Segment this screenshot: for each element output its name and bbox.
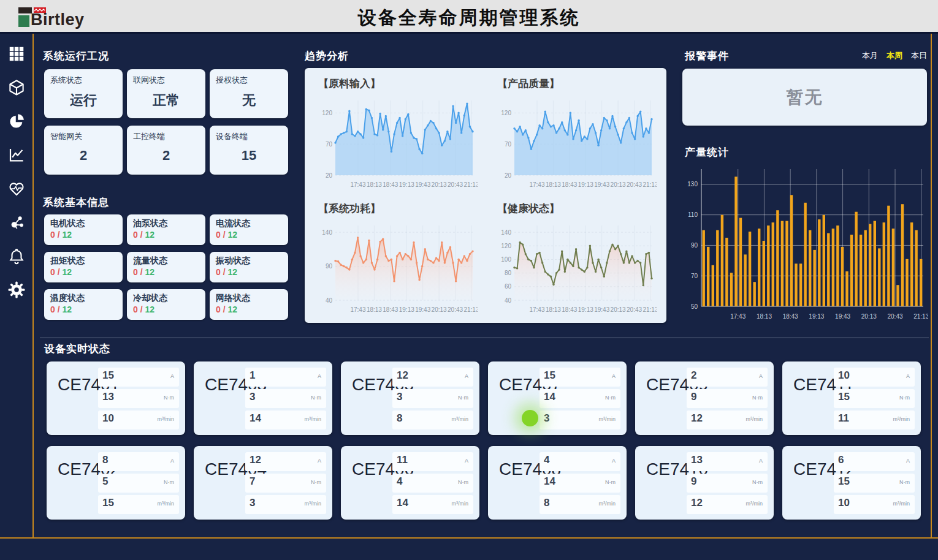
alarm-tab-0[interactable]: 本月: [862, 50, 878, 61]
device-metric-value: 12: [250, 454, 261, 466]
production-bars-svg: 507090110130 17:43 18:13 18:43 19:13 19:…: [681, 159, 928, 327]
device-metric-value: 10: [838, 497, 850, 509]
device-metric-row: 8 m³/min: [540, 495, 620, 514]
device-card-CE7406[interactable]: CE7406 11 A 4 N·m 14 m³/min: [341, 446, 479, 520]
svg-text:130: 130: [687, 181, 698, 187]
svg-text:19:43: 19:43: [415, 181, 430, 188]
svg-text:18:13: 18:13: [546, 181, 561, 188]
device-card-CE7404[interactable]: CE7404 12 A 7 N·m 3 m³/min: [194, 446, 332, 520]
device-card-CE7403[interactable]: CE7403 1 A 3 N·m 14 m³/min: [194, 361, 332, 435]
section-title-devices: 设备实时状态: [44, 342, 110, 356]
device-card-CE7412[interactable]: CE7412 6 A 15 N·m 10 m³/min: [782, 446, 921, 520]
alarm-tab-1[interactable]: 本周: [887, 50, 902, 61]
device-metric-unit: A: [612, 373, 616, 379]
device-card-CE7402[interactable]: CE7402 8 A 5 N·m 15 m³/min: [47, 446, 185, 520]
svg-text:17:43: 17:43: [350, 306, 365, 313]
device-metric-row: 14 N·m: [540, 389, 620, 408]
line-chart-icon[interactable]: [6, 145, 27, 165]
heart-pulse-icon[interactable]: [6, 178, 27, 199]
svg-text:17:43: 17:43: [730, 313, 745, 320]
device-metric-unit: m³/min: [599, 501, 616, 507]
device-metric-unit: N·m: [311, 479, 321, 485]
device-metric-row: 11 m³/min: [834, 411, 915, 429]
trend-chart-title: 【产品质量】: [497, 77, 663, 91]
device-metrics: 13 A 9 N·m 12 m³/min: [687, 452, 768, 514]
device-metrics: 15 A 14 N·m 3 m³/min: [540, 368, 620, 429]
svg-text:20:43: 20:43: [888, 313, 903, 320]
svg-text:18:13: 18:13: [367, 181, 382, 188]
molecule-icon[interactable]: [6, 212, 27, 233]
device-metric-row: 14 m³/min: [392, 495, 473, 514]
device-metric-value: 4: [397, 475, 402, 488]
device-metric-value: 9: [691, 475, 696, 488]
device-card-CE7401[interactable]: CE7401 15 A 13 N·m 10 m³/min: [47, 361, 185, 435]
device-metric-value: 15: [838, 391, 850, 403]
info-card-8: 网络状态 0 / 12: [210, 289, 288, 320]
svg-text:20: 20: [326, 172, 333, 179]
svg-text:70: 70: [326, 141, 333, 148]
device-card-CE7409[interactable]: CE7409 2 A 9 N·m 12 m³/min: [635, 361, 774, 435]
info-card-count: 0 / 12: [50, 305, 116, 314]
device-metric-row: 8 A: [98, 452, 179, 471]
grid-icon[interactable]: [6, 44, 27, 64]
status-card-label: 授权状态: [216, 75, 282, 86]
device-card-CE7408[interactable]: CE7408 4 A 14 N·m 8 m³/min: [488, 446, 627, 520]
bell-icon[interactable]: [6, 246, 27, 267]
pie-chart-icon[interactable]: [6, 111, 27, 132]
device-metric-unit: N·m: [752, 395, 763, 401]
trend-chart-title: 【健康状态】: [497, 202, 663, 216]
device-card-CE7405[interactable]: CE7405 12 A 3 N·m 8 m³/min: [341, 361, 479, 435]
device-metric-row: 1 A: [245, 368, 326, 387]
status-card-label: 联网状态: [133, 75, 199, 86]
info-card-count: 0 / 12: [216, 230, 282, 240]
device-metric-value: 4: [544, 454, 549, 466]
device-metric-unit: A: [465, 458, 468, 464]
gear-icon[interactable]: [6, 279, 27, 300]
device-card-CE7407[interactable]: CE7407 15 A 14 N·m 3 m³/min: [488, 361, 627, 435]
svg-text:19:43: 19:43: [594, 181, 609, 188]
svg-text:20:43: 20:43: [627, 306, 642, 313]
info-card-count: 0 / 12: [50, 230, 116, 240]
info-card-count: 0 / 12: [216, 305, 282, 314]
device-metric-value: 11: [397, 454, 408, 466]
cube-icon[interactable]: [6, 77, 27, 98]
device-card-CE7411[interactable]: CE7411 10 A 15 N·m 11 m³/min: [782, 361, 921, 435]
svg-text:21:13: 21:13: [463, 181, 478, 188]
production-bar-chart: 507090110130 17:43 18:13 18:43 19:13 19:…: [681, 159, 928, 330]
info-card-4: 流量状态 0 / 12: [127, 252, 205, 282]
device-metric-value: 3: [250, 391, 255, 403]
device-metric-row: 10 m³/min: [834, 495, 915, 514]
device-metric-unit: m³/min: [746, 416, 763, 422]
device-metric-value: 14: [250, 412, 261, 425]
device-metrics: 8 A 5 N·m 15 m³/min: [98, 452, 179, 514]
device-metric-value: 15: [102, 369, 114, 382]
device-metric-unit: N·m: [752, 479, 763, 485]
info-card-label: 温度状态: [50, 293, 116, 304]
app-root: Birtley 设备全寿命周期管理系统 系统运行工况 系统状态 运行联网状态 正…: [0, 0, 938, 560]
info-card-7: 冷却状态 0 / 12: [127, 289, 205, 320]
device-metric-value: 8: [102, 454, 108, 466]
device-metric-unit: N·m: [899, 479, 910, 485]
trend-chart-title: 【原料输入】: [318, 77, 484, 91]
section-title-trend: 趋势分析: [305, 49, 349, 63]
device-card-CE7410[interactable]: CE7410 13 A 9 N·m 12 m³/min: [635, 446, 774, 520]
right-border: [931, 34, 932, 538]
alarm-empty-text: 暂无: [787, 86, 823, 109]
svg-text:20:43: 20:43: [448, 306, 463, 313]
svg-text:19:13: 19:13: [578, 181, 593, 188]
svg-text:40: 40: [505, 297, 512, 304]
device-metric-row: 14 m³/min: [245, 411, 326, 429]
info-card-0: 电机状态 0 / 12: [44, 214, 123, 245]
footer-divider: [0, 537, 938, 539]
device-metric-unit: A: [465, 373, 468, 379]
device-metric-unit: N·m: [605, 479, 616, 485]
trend-chart-raw_input: 20 70 120 17:43 18:13 18:43 19:13 19:43 …: [317, 93, 478, 192]
alarm-tab-2[interactable]: 本日: [911, 50, 927, 61]
svg-text:18:43: 18:43: [383, 181, 398, 188]
device-metric-unit: A: [170, 373, 174, 379]
section-title-system-info: 系统基本信息: [43, 195, 109, 210]
app-header: Birtley 设备全寿命周期管理系统: [0, 0, 938, 34]
device-metric-unit: N·m: [458, 479, 468, 485]
device-metric-value: 12: [691, 497, 703, 509]
device-metric-unit: A: [612, 458, 616, 464]
